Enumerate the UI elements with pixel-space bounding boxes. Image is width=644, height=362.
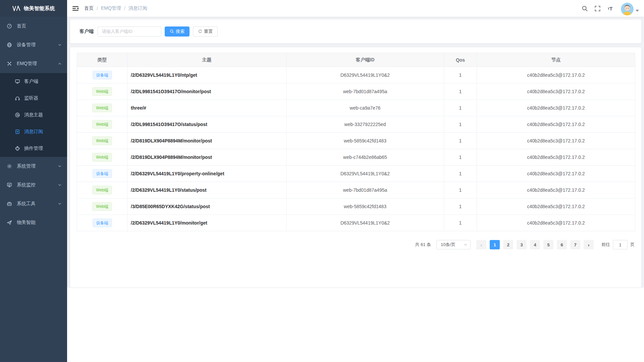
sidebar: 物美智能系统 首页设备管理EMQ管理客户端监听器消息主题消息订阅插件管理系统管理… xyxy=(0,0,67,362)
cell-topic: /2/D6329VL54419L1Y0/monitor/get xyxy=(127,215,286,231)
sidebar-item-物美智能[interactable]: 物美智能 xyxy=(0,213,67,232)
cell-client-id: web-5859c42fd1483 xyxy=(286,198,444,215)
cell-client-id: web-5859c42fd1483 xyxy=(286,133,444,149)
page-button-6[interactable]: 6 xyxy=(557,240,567,249)
sidebar-item-监听器[interactable]: 监听器 xyxy=(0,90,67,107)
breadcrumb-item-EMQ管理: EMQ管理 xyxy=(101,5,121,11)
workspace: 客户端 搜索 重置 类型主题客户端IDQos节点设备端/2/D6329VL544… xyxy=(67,17,644,362)
sidebar-item-EMQ管理[interactable]: EMQ管理 xyxy=(0,54,67,73)
sidebar-item-label: 消息订阅 xyxy=(24,129,62,135)
logo-icon xyxy=(12,6,21,11)
search-field-label: 客户端 xyxy=(79,28,94,35)
goto-page-input[interactable] xyxy=(613,240,628,249)
sidebar-item-label: 首页 xyxy=(17,23,62,29)
emq-icon xyxy=(7,61,12,66)
cell-topic: /2/D6329VL54419L1Y0/property-online/get xyxy=(127,166,286,182)
page-button-3[interactable]: 3 xyxy=(517,240,527,249)
column-header-主题: 主题 xyxy=(127,53,286,67)
type-tag: Web端 xyxy=(92,136,112,145)
search-icon[interactable] xyxy=(581,4,589,12)
dashboard-icon xyxy=(7,23,12,29)
table-row: 设备端/2/D6329VL54419L1Y0/ntp/getD6329VL544… xyxy=(77,67,635,83)
page-button-2[interactable]: 2 xyxy=(503,240,513,249)
search-button[interactable]: 搜索 xyxy=(165,26,190,37)
cell-node: c40b2d8ea5c3@172.17.0.2 xyxy=(477,83,635,100)
cell-qos: 1 xyxy=(444,182,477,198)
cell-client-id: web-3327922225ed xyxy=(286,116,444,133)
font-size-icon[interactable]: тT xyxy=(606,4,614,12)
tools-icon xyxy=(7,201,12,206)
sidebar-item-系统管理[interactable]: 系统管理 xyxy=(0,157,67,176)
table-card: 类型主题客户端IDQos节点设备端/2/D6329VL54419L1Y0/ntp… xyxy=(70,47,642,288)
next-page-button[interactable]: › xyxy=(584,240,594,249)
table-row: Web端/2/D819DLX904P8894M/monitor/postweb-… xyxy=(77,149,635,166)
prev-page-button: ‹ xyxy=(476,240,486,249)
cell-topic: /2/D819DLX904P8894M/monitor/post xyxy=(127,133,286,149)
page-button-7[interactable]: 7 xyxy=(570,240,580,249)
top-navbar: 首页/EMQ管理/消息订阅 тT xyxy=(67,0,644,17)
cell-client-id: D6329VL54419L1Y0&2 xyxy=(286,166,444,182)
sidebar-item-系统监控[interactable]: 系统监控 xyxy=(0,176,67,194)
sidebar-item-首页[interactable]: 首页 xyxy=(0,17,67,36)
cell-client-id: web-ca9a7e76 xyxy=(286,100,444,116)
type-tag: 设备端 xyxy=(93,169,112,178)
cell-type: Web端 xyxy=(77,198,127,215)
page-size-select[interactable]: 10条/页 xyxy=(436,240,471,249)
cell-node: c40b2d8ea5c3@172.17.0.2 xyxy=(477,198,635,215)
listener-icon xyxy=(15,96,20,101)
sidebar-item-设备管理[interactable]: 设备管理 xyxy=(0,36,67,54)
cell-topic: /2/DL9981541O39417O/status/post xyxy=(127,116,286,133)
cell-type: Web端 xyxy=(77,83,127,100)
cell-node: c40b2d8ea5c3@172.17.0.2 xyxy=(477,133,635,149)
user-menu-caret-icon[interactable] xyxy=(636,10,639,12)
sidebar-collapse-icon[interactable] xyxy=(72,5,79,12)
page-button-1[interactable]: 1 xyxy=(490,240,500,249)
sidebar-item-消息订阅[interactable]: 消息订阅 xyxy=(0,123,67,140)
sidebar-item-消息主题[interactable]: 消息主题 xyxy=(0,107,67,123)
page-button-5[interactable]: 5 xyxy=(543,240,553,249)
sidebar-item-label: 物美智能 xyxy=(17,220,62,226)
type-tag: Web端 xyxy=(92,104,112,112)
fullscreen-icon[interactable] xyxy=(593,4,601,12)
cell-type: 设备端 xyxy=(77,215,127,231)
type-tag: Web端 xyxy=(92,202,112,211)
sidebar-item-系统工具[interactable]: 系统工具 xyxy=(0,194,67,213)
cell-type: 设备端 xyxy=(77,166,127,182)
cell-client-id: web-7bd01d87a495a xyxy=(286,83,444,100)
pager: ‹1234567› xyxy=(475,240,595,249)
avatar[interactable] xyxy=(621,3,634,15)
cell-qos: 1 xyxy=(444,100,477,116)
client-id-input[interactable] xyxy=(98,26,161,37)
page-button-4[interactable]: 4 xyxy=(530,240,540,249)
breadcrumb-item-首页[interactable]: 首页 xyxy=(84,5,94,11)
cell-qos: 1 xyxy=(444,67,477,83)
table-row: Web端/2/DL9981541O39417O/monitor/postweb-… xyxy=(77,83,635,100)
page-size-value: 10条/页 xyxy=(441,242,464,248)
sidebar-item-插件管理[interactable]: 插件管理 xyxy=(0,140,67,157)
app-root: 物美智能系统 首页设备管理EMQ管理客户端监听器消息主题消息订阅插件管理系统管理… xyxy=(0,0,644,362)
sidebar-item-label: 系统监控 xyxy=(17,182,58,188)
table-row: Web端/2/D819DLX904P8894M/monitor/postweb-… xyxy=(77,133,635,149)
column-header-客户端ID: 客户端ID xyxy=(286,53,444,67)
logo[interactable]: 物美智能系统 xyxy=(0,0,67,17)
search-card: 客户端 搜索 重置 xyxy=(70,19,642,44)
table-row: Web端/3/D85E00R65DYXK42G/status/postweb-5… xyxy=(77,198,635,215)
cell-client-id: web-7bd01d87a495a xyxy=(286,182,444,198)
table-row: Web端/2/DL9981541O39417O/status/postweb-3… xyxy=(77,116,635,133)
subscriptions-table: 类型主题客户端IDQos节点设备端/2/D6329VL54419L1Y0/ntp… xyxy=(77,53,635,231)
table-row: 设备端/2/D6329VL54419L1Y0/property-online/g… xyxy=(77,166,635,182)
cell-client-id: web-c744b2e86ab65 xyxy=(286,149,444,166)
pagination: 共 61 条 10条/页 ‹1234567› 前往 页 xyxy=(77,240,635,249)
sidebar-menu: 首页设备管理EMQ管理客户端监听器消息主题消息订阅插件管理系统管理系统监控系统工… xyxy=(0,17,67,232)
sidebar-item-客户端[interactable]: 客户端 xyxy=(0,73,67,90)
cell-type: Web端 xyxy=(77,100,127,116)
reset-button[interactable]: 重置 xyxy=(193,26,218,37)
cell-node: c40b2d8ea5c3@172.17.0.2 xyxy=(477,166,635,182)
cell-type: Web端 xyxy=(77,116,127,133)
type-tag: 设备端 xyxy=(93,71,112,79)
cell-qos: 1 xyxy=(444,166,477,182)
sidebar-item-label: 监听器 xyxy=(24,95,62,101)
chevron-down-icon xyxy=(58,43,62,47)
breadcrumb-separator: / xyxy=(97,6,98,11)
subscribe-icon xyxy=(15,129,20,134)
